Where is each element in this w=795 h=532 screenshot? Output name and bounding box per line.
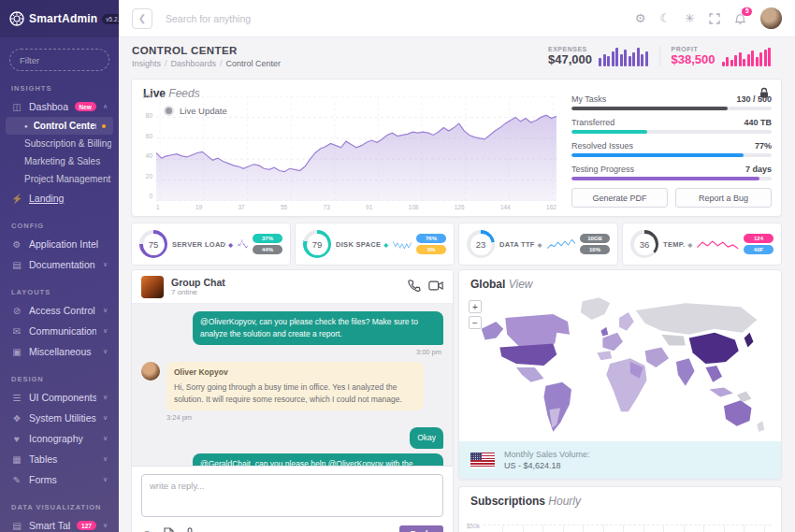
tasks-summary: My Tasks 130 / 500 Transferred 440 TB Re… (571, 94, 772, 208)
theme-shutter-icon[interactable]: ✳ (685, 12, 695, 24)
temp-label: TEMP.◆ (663, 240, 692, 249)
pencil-icon: ✎ (11, 475, 22, 485)
map-zoom-in-button[interactable]: + (469, 300, 482, 313)
generate-pdf-button[interactable]: Generate PDF (571, 188, 668, 208)
expenses-minibar-chart (599, 48, 648, 66)
world-map[interactable] (465, 293, 777, 442)
sidebar-item-control-center[interactable]: ● Control Center (6, 117, 113, 135)
heart-icon: ♥ (11, 434, 22, 444)
live-update-radio-icon[interactable] (164, 106, 174, 116)
profit-minibar-chart (722, 48, 772, 66)
diamond-icon: ◆ (383, 241, 388, 248)
task-my-tasks: My Tasks 130 / 500 (571, 94, 772, 110)
oliver-avatar (141, 362, 160, 381)
sidebar-item-smart-tables[interactable]: ▤ Smart Tables 127 ∨ (0, 515, 119, 532)
sidebar-item-marketing-sales[interactable]: Marketing & Sales (0, 152, 119, 170)
emoji-smiley-icon[interactable]: ☺ (141, 528, 152, 532)
section-label-insights: Insights (11, 84, 108, 93)
task-testing-progress: Testing Progress 7 days (571, 165, 772, 180)
sidebar-item-project-management[interactable]: Project Management (0, 170, 119, 188)
sidebar-item-iconography[interactable]: ♥ Iconography ∨ (0, 428, 119, 449)
globe-icon: ❖ (11, 413, 22, 424)
chat-message-sent: @OliverKopyov, can you please check the … (141, 311, 443, 345)
chevron-down-icon: ∨ (103, 522, 108, 529)
stat-badge: 3% (416, 245, 446, 254)
us-flag-icon (470, 453, 495, 468)
task-transferred: Transferred 440 TB (571, 118, 772, 134)
group-chat-panel: Group Chat 7 online @OliverKopyov, can y… (131, 269, 454, 532)
dark-mode-moon-icon[interactable]: ☾ (659, 12, 671, 24)
sidebar-item-tables[interactable]: ▦ Tables ∨ (0, 449, 119, 469)
stat-card-disk-space: 79 DISK SPACE◆ 76% 3% (295, 223, 455, 266)
server-load-sparkline (238, 234, 248, 254)
section-label-data-visualization: Data Visualization (11, 503, 108, 511)
sidebar-filter-input[interactable] (9, 49, 109, 71)
lightning-icon: ⚡ (11, 194, 22, 204)
gear-icon: ⚙ (11, 239, 22, 250)
video-call-icon[interactable] (428, 279, 443, 295)
stat-badge: 40F (744, 245, 773, 254)
microphone-icon[interactable] (185, 527, 195, 532)
user-avatar[interactable] (760, 7, 782, 29)
breadcrumb-dashboards[interactable]: Dashboards (171, 59, 217, 68)
diamond-icon: ◆ (538, 241, 542, 248)
progress-track (571, 177, 772, 180)
sidebar-item-communication[interactable]: ✉ Communication ∨ (0, 321, 119, 341)
app-logo[interactable]: SmartAdmin v5.2.0 (0, 0, 119, 37)
chevron-down-icon: ∨ (103, 476, 108, 483)
sidebar-item-dashboards[interactable]: ◫ Dashboards New ∧ (0, 96, 119, 117)
sidebar-item-miscellaneous[interactable]: ▣ Miscellaneous ∨ (0, 341, 119, 362)
section-label-layouts: Layouts (11, 288, 108, 296)
stat-card-server-load: 75 SERVER LOAD◆ 37% 44% (131, 223, 291, 266)
smartadmin-logo-icon (9, 11, 24, 26)
profit-label: PROFIT (672, 46, 716, 52)
chevron-up-icon: ∧ (103, 103, 108, 110)
sidebar-item-documentation[interactable]: ▤ Documentation ∨ (0, 254, 119, 275)
chevron-down-icon: ∨ (103, 307, 108, 314)
chat-message-sent: Okay (141, 427, 443, 449)
expenses-label: EXPENSES (548, 46, 592, 52)
notifications-bell-icon[interactable]: 5 (734, 12, 746, 24)
chat-online-count: 7 online (171, 288, 400, 296)
sidebar-item-landing[interactable]: ⚡ Landing (0, 188, 119, 208)
control-center-dashboard: SmartAdmin v5.2.0 Insights ◫ Dashboards … (0, 0, 795, 532)
chat-bubble-icon: ✉ (11, 326, 22, 337)
app-name: SmartAdmin (29, 12, 97, 25)
breadcrumb-insights[interactable]: Insights (132, 59, 161, 68)
group-chat-avatar (141, 276, 164, 298)
sidebar-item-ui-components[interactable]: ☰ UI Components ∨ (0, 387, 119, 408)
live-update-toggle[interactable]: Live Update (164, 106, 227, 116)
sidebar-item-subscription-billing[interactable]: Subscription & Billing (0, 135, 119, 152)
sidebar-item-access-control[interactable]: ⊘ Access Control ∨ (0, 300, 119, 321)
message-time: 3:24 pm (166, 413, 441, 422)
subscriptions-chart-grid (484, 525, 772, 532)
global-view-title: Global View (470, 278, 532, 291)
report-bug-button[interactable]: Report a Bug (675, 188, 772, 208)
attach-file-icon[interactable] (164, 527, 174, 532)
reply-button[interactable]: Reply (399, 525, 443, 532)
dashboards-icon: ◫ (11, 102, 22, 112)
stat-badge: 10GB (580, 234, 610, 243)
sidebar-item-system-utilities[interactable]: ❖ System Utilities ∨ (0, 408, 119, 428)
top-bar: ❮ Search for anything ⚙ ☾ ✳ 5 (119, 0, 795, 37)
stacked-table-icon: ▤ (11, 521, 22, 531)
subscriptions-title: Subscriptions Hourly (470, 495, 581, 508)
fullscreen-icon[interactable] (709, 13, 720, 24)
chevron-down-icon: ∨ (103, 261, 108, 268)
sidebar-item-forms[interactable]: ✎ Forms ∨ (0, 469, 119, 490)
data-ttf-sparkline (547, 234, 575, 254)
breadcrumb-current: Control Center (226, 59, 282, 68)
book-icon: ▤ (11, 260, 22, 270)
map-zoom-out-button[interactable]: − (469, 316, 482, 329)
server-load-ring: 75 (139, 230, 167, 258)
layers-icon: ☰ (11, 393, 22, 403)
chat-message-sent: @GeraldChait, can you please help @Olive… (141, 453, 443, 467)
sidebar-collapse-button[interactable]: ❮ (132, 8, 152, 29)
phone-call-icon[interactable] (408, 279, 421, 295)
sidebar-item-application-intel[interactable]: ⚙ Application Intel (0, 234, 119, 254)
chat-message-list[interactable]: @OliverKopyov, can you please check the … (132, 304, 453, 466)
search-input[interactable]: Search for anything (166, 13, 635, 24)
reply-input[interactable] (141, 474, 443, 517)
settings-gear-icon[interactable]: ⚙ (635, 12, 646, 24)
stat-badge: 124 (744, 234, 773, 243)
